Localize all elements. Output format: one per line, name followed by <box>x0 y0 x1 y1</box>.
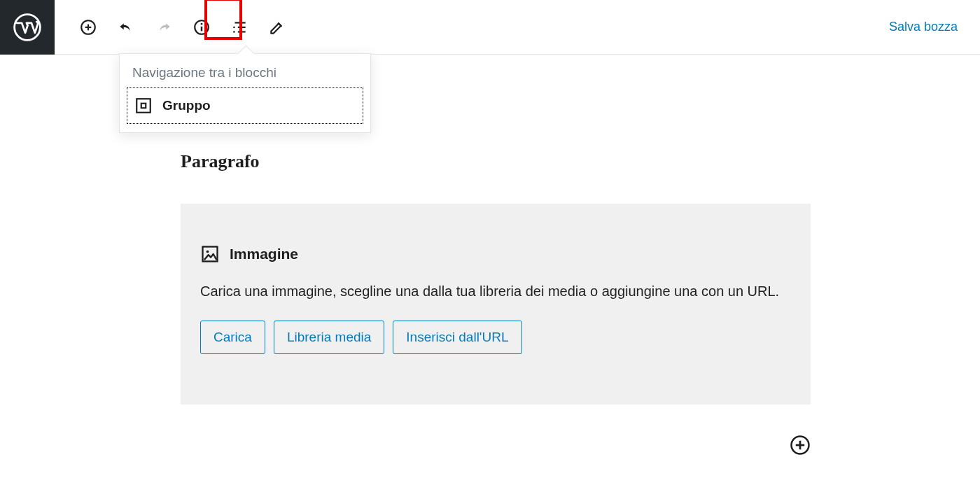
editor-top-toolbar: Salva bozza <box>0 0 980 55</box>
add-block-inline-button[interactable] <box>788 433 813 458</box>
save-draft-button[interactable]: Salva bozza <box>889 20 958 34</box>
group-block-icon <box>134 97 153 115</box>
add-block-button[interactable] <box>76 15 101 40</box>
insert-from-url-button[interactable]: Inserisci dall'URL <box>393 321 522 354</box>
image-icon <box>200 244 220 264</box>
wordpress-logo[interactable] <box>0 0 55 55</box>
image-block-placeholder: Immagine Carica una immagine, scegline u… <box>181 204 811 405</box>
media-library-button[interactable]: Libreria media <box>274 321 384 354</box>
wordpress-icon <box>13 13 42 42</box>
svg-rect-13 <box>136 99 150 113</box>
block-nav-item-label: Gruppo <box>162 98 211 113</box>
svg-point-6 <box>201 22 203 24</box>
block-navigation-title: Navigazione tra i blocchi <box>120 54 370 87</box>
undo-button[interactable] <box>113 15 139 40</box>
svg-rect-14 <box>141 104 146 108</box>
image-block-buttons: Carica Libreria media Inserisci dall'URL <box>200 321 791 354</box>
image-block-label: Immagine <box>230 246 298 262</box>
info-button[interactable] <box>189 15 214 40</box>
block-navigation-popover: Navigazione tra i blocchi Gruppo <box>119 53 371 133</box>
edit-mode-button[interactable] <box>265 15 290 40</box>
block-navigation-button[interactable] <box>227 15 252 40</box>
upload-button[interactable]: Carica <box>200 321 265 354</box>
image-block-description: Carica una immagine, scegline una dalla … <box>200 283 791 300</box>
svg-point-10 <box>233 26 235 28</box>
svg-point-16 <box>206 251 209 253</box>
svg-point-11 <box>233 31 235 33</box>
toolbar-button-group <box>55 15 290 40</box>
redo-button <box>151 15 176 40</box>
paragraph-block-title[interactable]: Paragrafo <box>181 151 260 172</box>
block-nav-item-gruppo[interactable]: Gruppo <box>127 87 363 124</box>
image-block-header: Immagine <box>200 244 791 264</box>
